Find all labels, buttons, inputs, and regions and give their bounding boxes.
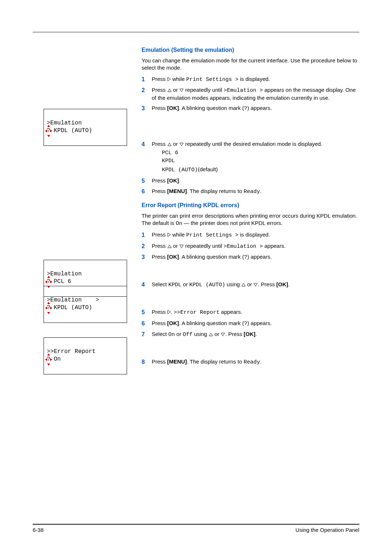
triangle-down-icon — [179, 89, 184, 92]
emulation-list: PCL 6 KPDL KPDL (AUTO)(default) — [162, 149, 359, 175]
svg-marker-5 — [168, 233, 171, 237]
svg-marker-0 — [168, 77, 171, 81]
display3-line2: KPDL (AUTO) — [50, 304, 92, 311]
triangle-down-icon — [179, 143, 184, 146]
triangle-up-icon — [167, 245, 172, 248]
triangle-down-icon — [253, 283, 258, 287]
s2-step7: 7 Select On or Off using or . Press [OK]… — [142, 331, 359, 338]
svg-marker-9 — [254, 283, 257, 286]
svg-marker-3 — [168, 143, 171, 146]
section2-steps: 1 Press while Print Settings > is displa… — [142, 231, 359, 366]
triangle-up-icon — [209, 333, 213, 336]
section1-title: Emulation (Setting the emulation) — [142, 47, 359, 53]
display2-line2: PCL 6 — [50, 278, 72, 285]
svg-marker-1 — [168, 89, 171, 92]
page-number: 6-38 — [33, 527, 44, 533]
svg-marker-6 — [168, 245, 171, 248]
section2-intro: The printer can print error descriptions… — [142, 212, 359, 228]
s2-step5: 5 Press . >>Error Report appears. — [142, 308, 359, 316]
s2-step2: 2 Press or repeatedly until >Emulation >… — [142, 242, 359, 250]
top-rule — [33, 32, 359, 32]
triangle-up-icon — [167, 89, 172, 92]
lcd-display-4: >>Error Report ? On — [44, 337, 127, 374]
section1-intro: You can change the emulation mode for th… — [142, 57, 359, 72]
s2-step6: 6 Press [OK]. A blinking question mark (… — [142, 320, 359, 328]
svg-marker-11 — [209, 333, 213, 336]
svg-marker-8 — [242, 283, 245, 286]
s2-step4: 4 Select KPDL or KPDL (AUTO) using or . … — [142, 281, 359, 289]
lcd-display-3: >Emulation > ? KPDL (AUTO) — [44, 286, 127, 323]
svg-marker-7 — [180, 245, 183, 248]
triangle-right-icon — [167, 77, 171, 81]
triangle-up-icon — [167, 143, 172, 146]
lcd-display-1: >Emulation ? KPDL (AUTO) — [44, 109, 127, 146]
main-content: Emulation (Setting the emulation) You ca… — [142, 47, 359, 366]
display1-line1: >Emulation — [47, 120, 82, 126]
s1-step1: 1 Press while Print Settings > is displa… — [142, 75, 359, 83]
triangle-up-icon — [241, 283, 246, 287]
s2-step3: 3 Press [OK]. A blinking question mark (… — [142, 253, 359, 261]
page-footer: 6-38 Using the Operation Panel — [33, 524, 359, 533]
section2-title: Error Report (Printing KPDL errors) — [142, 202, 359, 209]
svg-marker-2 — [180, 89, 183, 92]
svg-marker-12 — [221, 333, 225, 336]
s1-step3: 3 Press [OK]. A blinking question mark (… — [142, 104, 359, 112]
triangle-down-icon — [179, 245, 184, 248]
display2-line1: >Emulation — [47, 271, 82, 277]
svg-marker-4 — [180, 143, 183, 146]
display1-line2: KPDL (AUTO) — [50, 127, 92, 134]
triangle-right-icon — [167, 233, 171, 237]
s1-step2: 2 Press or repeatedly until >Emulation >… — [142, 86, 359, 102]
s1-step5: 5 Press [OK]. — [142, 177, 359, 184]
svg-marker-10 — [168, 310, 171, 314]
s1-step6: 6 Press [MENU]. The display returns to R… — [142, 188, 359, 196]
display4-line1: >>Error Report — [47, 348, 95, 355]
s1-step4: 4 Press or repeatedly until the desired … — [142, 140, 359, 175]
s2-step1: 1 Press while Print Settings > is displa… — [142, 231, 359, 239]
triangle-right-icon — [167, 310, 171, 314]
section1-steps: 1 Press while Print Settings > is displa… — [142, 75, 359, 196]
footer-title: Using the Operation Panel — [295, 527, 359, 533]
display3-line1: >Emulation > — [47, 297, 99, 303]
triangle-down-icon — [221, 333, 225, 336]
s2-step8: 8 Press [MENU]. The display returns to R… — [142, 358, 359, 366]
